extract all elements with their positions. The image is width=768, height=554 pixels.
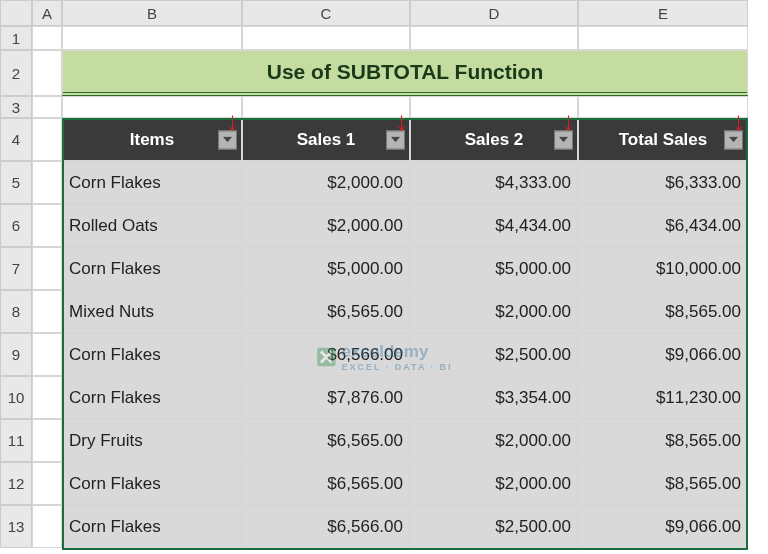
header-total[interactable]: Total Sales	[578, 118, 748, 161]
table-row[interactable]: $6,565.00	[242, 462, 410, 505]
table-row[interactable]: $8,565.00	[578, 419, 748, 462]
table-row[interactable]: Corn Flakes	[62, 333, 242, 376]
cell-B3[interactable]	[62, 96, 242, 118]
cell-A12[interactable]	[32, 462, 62, 505]
cell-C3[interactable]	[242, 96, 410, 118]
cell-D3[interactable]	[410, 96, 578, 118]
cell-A13[interactable]	[32, 505, 62, 548]
row-header-1[interactable]: 1	[0, 26, 32, 50]
table-row[interactable]: $4,333.00	[410, 161, 578, 204]
col-header-D[interactable]: D	[410, 0, 578, 26]
col-header-A[interactable]: A	[32, 0, 62, 26]
cell-A6[interactable]	[32, 204, 62, 247]
filter-button-total[interactable]	[724, 130, 743, 149]
table-row[interactable]: $6,434.00	[578, 204, 748, 247]
row-header-7[interactable]: 7	[0, 247, 32, 290]
table-row[interactable]: $6,565.00	[242, 419, 410, 462]
row-header-10[interactable]: 10	[0, 376, 32, 419]
row-header-12[interactable]: 12	[0, 462, 32, 505]
table-row[interactable]: $5,000.00	[410, 247, 578, 290]
row-header-4[interactable]: 4	[0, 118, 32, 161]
table-row[interactable]: $2,000.00	[410, 290, 578, 333]
cell-A3[interactable]	[32, 96, 62, 118]
row-header-8[interactable]: 8	[0, 290, 32, 333]
table-row[interactable]: $2,000.00	[410, 462, 578, 505]
header-label: Total Sales	[619, 130, 708, 150]
table-row[interactable]: $6,565.00	[242, 290, 410, 333]
table-row[interactable]: $2,500.00	[410, 333, 578, 376]
table-row[interactable]: $2,500.00	[410, 505, 578, 548]
table-row[interactable]: Corn Flakes	[62, 161, 242, 204]
table-row[interactable]: $9,066.00	[578, 333, 748, 376]
cell-A4[interactable]	[32, 118, 62, 161]
col-header-E[interactable]: E	[578, 0, 748, 26]
table-row[interactable]: $4,434.00	[410, 204, 578, 247]
table-row[interactable]: $9,066.00	[578, 505, 748, 548]
table-row[interactable]: $5,000.00	[242, 247, 410, 290]
cell-C1[interactable]	[242, 26, 410, 50]
table-row[interactable]: Corn Flakes	[62, 247, 242, 290]
table-row[interactable]: $10,000.00	[578, 247, 748, 290]
table-row[interactable]: $6,566.00	[242, 333, 410, 376]
table-row[interactable]: Mixed Nuts	[62, 290, 242, 333]
cell-A5[interactable]	[32, 161, 62, 204]
spreadsheet-grid: A B C D E 1 2 Use of SUBTOTAL Function 3…	[0, 0, 768, 548]
row-header-2[interactable]: 2	[0, 50, 32, 96]
cell-A8[interactable]	[32, 290, 62, 333]
header-sales1[interactable]: Sales 1	[242, 118, 410, 161]
table-row[interactable]: $3,354.00	[410, 376, 578, 419]
filter-button-sales2[interactable]	[554, 130, 573, 149]
cell-A2[interactable]	[32, 50, 62, 96]
cell-E3[interactable]	[578, 96, 748, 118]
title-cell[interactable]: Use of SUBTOTAL Function	[62, 50, 748, 96]
filter-button-sales1[interactable]	[386, 130, 405, 149]
cell-A9[interactable]	[32, 333, 62, 376]
cell-A7[interactable]	[32, 247, 62, 290]
cell-A10[interactable]	[32, 376, 62, 419]
table-row[interactable]: Corn Flakes	[62, 505, 242, 548]
cell-A1[interactable]	[32, 26, 62, 50]
table-row[interactable]: $6,566.00	[242, 505, 410, 548]
header-label: Items	[130, 130, 174, 150]
table-row[interactable]: $2,000.00	[242, 161, 410, 204]
table-row[interactable]: Corn Flakes	[62, 462, 242, 505]
row-header-11[interactable]: 11	[0, 419, 32, 462]
header-sales2[interactable]: Sales 2	[410, 118, 578, 161]
col-header-C[interactable]: C	[242, 0, 410, 26]
table-row[interactable]: Rolled Oats	[62, 204, 242, 247]
col-header-B[interactable]: B	[62, 0, 242, 26]
row-header-13[interactable]: 13	[0, 505, 32, 548]
select-all-corner[interactable]	[0, 0, 32, 26]
row-header-9[interactable]: 9	[0, 333, 32, 376]
header-label: Sales 1	[297, 130, 356, 150]
cell-D1[interactable]	[410, 26, 578, 50]
header-items[interactable]: Items	[62, 118, 242, 161]
cell-B1[interactable]	[62, 26, 242, 50]
table-row[interactable]: $8,565.00	[578, 290, 748, 333]
cell-E1[interactable]	[578, 26, 748, 50]
table-row[interactable]: $6,333.00	[578, 161, 748, 204]
table-row[interactable]: Dry Fruits	[62, 419, 242, 462]
table-row[interactable]: $8,565.00	[578, 462, 748, 505]
header-label: Sales 2	[465, 130, 524, 150]
row-header-6[interactable]: 6	[0, 204, 32, 247]
cell-A11[interactable]	[32, 419, 62, 462]
row-header-5[interactable]: 5	[0, 161, 32, 204]
row-header-3[interactable]: 3	[0, 96, 32, 118]
filter-button-items[interactable]	[218, 130, 237, 149]
table-row[interactable]: $7,876.00	[242, 376, 410, 419]
table-row[interactable]: $2,000.00	[242, 204, 410, 247]
table-row[interactable]: $11,230.00	[578, 376, 748, 419]
table-row[interactable]: Corn Flakes	[62, 376, 242, 419]
table-row[interactable]: $2,000.00	[410, 419, 578, 462]
